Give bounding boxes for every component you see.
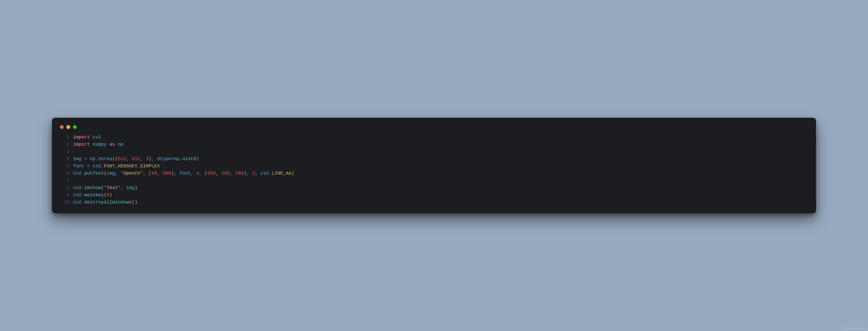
code-token: imshow — [84, 185, 101, 190]
code-token: ( — [205, 171, 208, 176]
code-token: cv2 — [73, 200, 81, 205]
close-icon[interactable] — [60, 125, 64, 129]
code-token: ) — [291, 171, 294, 176]
code-window: 1import cv22import numpy as np34img = np… — [52, 118, 816, 213]
line-number: 7 — [59, 177, 69, 184]
code-line: 10cv2.destroyAllWindows() — [59, 199, 809, 206]
code-token: cv2 — [93, 163, 101, 169]
line-number: 2 — [59, 141, 69, 148]
code-token: , — [191, 171, 196, 176]
code-token — [90, 163, 93, 169]
line-content: img = np.zeros((512, 512, 3), dtype=np.u… — [73, 155, 199, 162]
code-token: = — [171, 156, 174, 161]
code-token: 512 — [118, 156, 126, 161]
code-token: import — [73, 142, 90, 147]
minimize-icon[interactable] — [66, 125, 70, 129]
code-token: ) — [171, 171, 174, 176]
line-number: 4 — [59, 155, 69, 162]
line-content: cv2.putText(img, 'OpenCV', (10, 300), fo… — [73, 170, 294, 177]
code-token: as — [110, 142, 115, 147]
code-token: 10 — [152, 171, 157, 176]
code-token: ) — [135, 185, 137, 190]
line-number: 10 — [59, 199, 69, 206]
code-line: 7 — [59, 177, 809, 184]
code-token — [81, 156, 84, 161]
code-token: , — [247, 171, 252, 176]
line-content: cv2.waitKey(0) — [73, 191, 112, 199]
code-token: . — [180, 156, 182, 161]
code-token: ( — [104, 171, 106, 176]
code-token: np — [174, 156, 180, 161]
code-token: 0 — [107, 192, 110, 198]
code-token: dtype — [157, 156, 171, 161]
code-token: img — [107, 171, 115, 176]
code-token: , — [157, 171, 163, 176]
code-token: . — [81, 200, 84, 205]
code-line: 9cv2.waitKey(0) — [59, 191, 809, 199]
code-token: () — [132, 200, 137, 205]
code-token: 4 — [196, 171, 199, 176]
code-token: . — [269, 171, 272, 176]
code-token: , — [174, 171, 180, 176]
code-token: 2 — [252, 171, 255, 176]
code-token: ) — [244, 171, 247, 176]
code-token: LINE_AA — [272, 171, 291, 176]
code-token: 'Text' — [104, 185, 121, 190]
code-token: img — [73, 156, 81, 161]
code-token: , — [255, 171, 260, 176]
line-content: font = cv2.FONT_HERSHEY_SIMPLEX — [73, 162, 160, 170]
code-token: (( — [112, 156, 118, 161]
line-number: 3 — [59, 148, 69, 155]
code-token: ) — [149, 156, 152, 161]
code-token: cv2 — [73, 185, 81, 190]
code-token: , — [115, 171, 121, 176]
code-line: 8cv2.imshow('Text', img) — [59, 184, 809, 191]
code-token: waitKey — [84, 192, 104, 198]
code-token: , — [199, 171, 205, 176]
code-token: , — [140, 156, 146, 161]
code-token: , — [216, 171, 221, 176]
code-token: FONT_HERSHEY_SIMPLEX — [104, 163, 160, 169]
code-token: . — [81, 192, 84, 198]
code-token: font — [180, 171, 191, 176]
code-token: = — [84, 156, 87, 161]
code-token: 255 — [208, 171, 216, 176]
code-token: font — [73, 163, 84, 169]
code-token — [106, 142, 109, 147]
code-line: 2import numpy as np — [59, 141, 809, 148]
code-token: destroyAllWindows — [84, 200, 132, 205]
code-token: . — [101, 163, 104, 169]
code-token: import — [73, 134, 90, 140]
code-token: ( — [104, 192, 106, 198]
code-line: 3 — [59, 148, 809, 155]
zoom-icon[interactable] — [73, 125, 77, 129]
code-token: np — [118, 142, 124, 147]
code-token: 3 — [146, 156, 149, 161]
window-traffic-lights — [59, 124, 809, 133]
code-token: img — [126, 185, 135, 190]
code-token: cv2 — [73, 192, 81, 198]
line-content: cv2.destroyAllWindows() — [73, 199, 137, 206]
line-number: 9 — [59, 191, 69, 199]
code-token — [87, 156, 90, 161]
code-token: putText — [84, 171, 104, 176]
code-token: , — [143, 171, 149, 176]
code-line: 4img = np.zeros((512, 512, 3), dtype=np.… — [59, 155, 809, 162]
code-token — [90, 142, 93, 147]
code-token — [90, 134, 93, 140]
code-token: 255 — [236, 171, 244, 176]
code-token: , — [152, 156, 157, 161]
code-token: ) — [196, 156, 199, 161]
code-token: cv2 — [260, 171, 269, 176]
code-token: uint8 — [182, 156, 196, 161]
line-number: 8 — [59, 184, 69, 191]
code-token: numpy — [93, 142, 106, 147]
line-content: import cv2 — [73, 133, 101, 141]
code-token: . — [81, 171, 84, 176]
code-token: 512 — [132, 156, 140, 161]
code-token: ( — [101, 185, 104, 190]
code-token: . — [96, 156, 98, 161]
code-token: , — [121, 185, 126, 190]
code-line: 6cv2.putText(img, 'OpenCV', (10, 300), f… — [59, 170, 809, 177]
code-block: 1import cv22import numpy as np34img = np… — [59, 133, 809, 206]
